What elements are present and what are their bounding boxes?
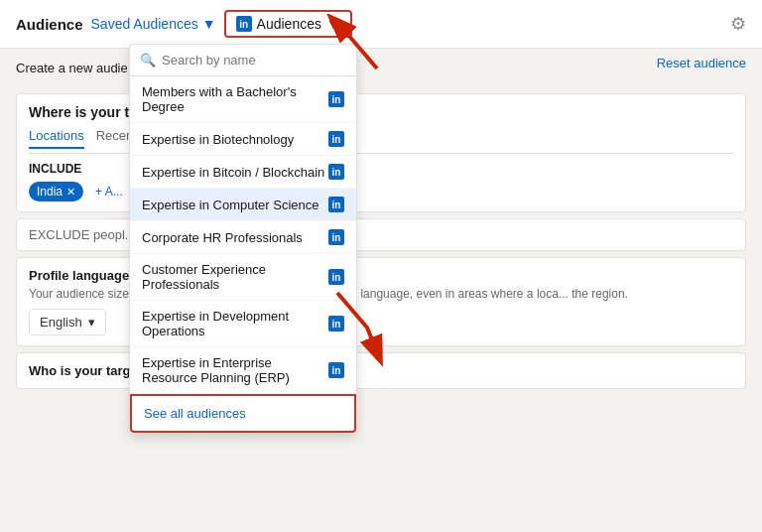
linkedin-icon-3: in (328, 197, 344, 212)
dropdown-item-label-0: Members with a Bachelor's Degree (142, 84, 328, 114)
search-icon: 🔍 (140, 53, 156, 67)
saved-audiences-button[interactable]: Saved Audiences ▼ (91, 16, 216, 32)
dropdown-item-label-6: Expertise in Development Operations (142, 309, 328, 338)
dropdown-item-label-1: Expertise in Biotechnology (142, 132, 294, 147)
see-all-audiences-link[interactable]: See all audiences (130, 394, 356, 433)
linkedin-icon-4: in (328, 229, 344, 245)
audiences-dropdown: 🔍 Members with a Bachelor's Degree in Ex… (129, 44, 357, 434)
dropdown-item-label-4: Corporate HR Professionals (142, 230, 303, 245)
saved-audiences-label: Saved Audiences (91, 16, 198, 32)
exclude-row: EXCLUDE peopl... (16, 218, 746, 251)
dropdown-item-label-7: Expertise in Enterprise Resource Plannin… (142, 355, 328, 385)
where-target-section: Where is your targ... Locations Recent I… (16, 93, 746, 212)
add-location-link[interactable]: + A... (95, 185, 123, 199)
linkedin-icon-2: in (328, 164, 344, 180)
reset-audience-link[interactable]: Reset audience (657, 56, 746, 70)
dropdown-item-label-3: Expertise in Computer Science (142, 198, 318, 212)
audience-label: Audience (16, 16, 83, 33)
india-pill-label: India (37, 185, 63, 199)
saved-audiences-chevron: ▼ (202, 16, 216, 32)
dropdown-item-label-5: Customer Experience Professionals (142, 262, 328, 292)
linkedin-icon-0: in (328, 91, 344, 107)
exclude-text: EXCLUDE peopl... (29, 227, 136, 242)
linkedin-icon-btn: in (236, 16, 252, 32)
lightbulb-icon[interactable]: ⚙ (730, 13, 746, 35)
language-select[interactable]: English ▾ (29, 309, 106, 335)
india-pill: India ✕ (29, 182, 83, 201)
dropdown-item-3[interactable]: Expertise in Computer Science in (130, 189, 356, 221)
dropdown-item-label-2: Expertise in Bitcoin / Blockchain (142, 165, 324, 180)
linkedin-icon-5: in (328, 269, 344, 285)
dropdown-item-4[interactable]: Corporate HR Professionals in (130, 221, 356, 254)
tab-locations[interactable]: Locations (29, 128, 84, 149)
page: Audience Saved Audiences ▼ in Audiences … (0, 0, 762, 532)
lang-chevron: ▾ (88, 315, 95, 330)
arrow-down-indicator (318, 288, 417, 367)
dropdown-item-1[interactable]: Expertise in Biotechnology in (130, 123, 356, 156)
create-new-text: Create a new audie... (16, 61, 139, 75)
dropdown-item-0[interactable]: Members with a Bachelor's Degree in (130, 76, 356, 123)
india-pill-remove[interactable]: ✕ (66, 186, 75, 199)
selected-language: English (40, 315, 82, 330)
linkedin-icon-1: in (328, 131, 344, 147)
dropdown-item-2[interactable]: Expertise in Bitcoin / Blockchain in (130, 156, 356, 189)
arrow-up-indicator (308, 14, 397, 73)
